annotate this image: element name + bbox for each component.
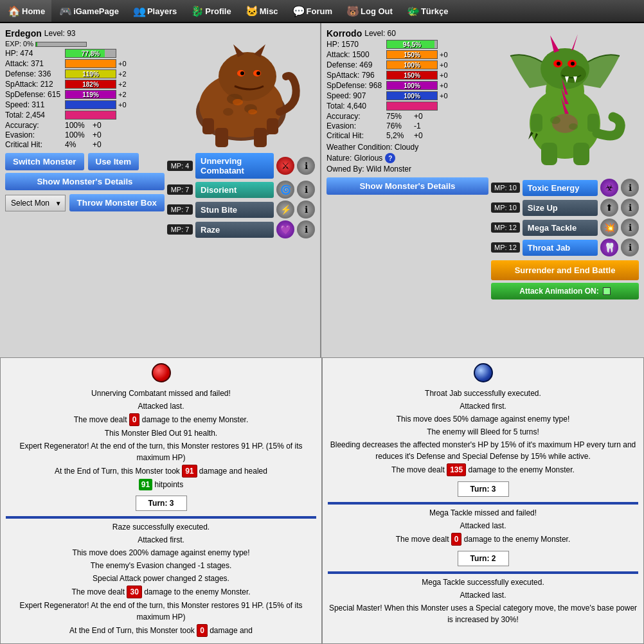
- right-move-icon-1[interactable]: ⬆: [600, 199, 618, 217]
- right-spattack-label: SpAttack: 796: [326, 71, 384, 80]
- left-exp-label: EXP: 0%: [5, 40, 33, 48]
- left-attack-label: Attack: 371: [5, 59, 63, 68]
- right-moves-list: MP: 10 Toxic Energy ☣ ℹ MP: 10 Size Up ⬆…: [491, 179, 639, 256]
- svg-point-3: [219, 52, 276, 101]
- svg-point-14: [256, 71, 260, 75]
- animation-toggle-button[interactable]: Attack Animation ON:: [491, 283, 639, 300]
- nav-home[interactable]: 🏠 Home: [0, 0, 51, 22]
- damage-badge: 135: [447, 463, 466, 476]
- use-item-button[interactable]: Use Item: [88, 153, 139, 170]
- right-evasion-label: Evasion:: [326, 121, 384, 130]
- left-moves-image: MP: 4 Unnerving Combatant ⚔ ℹ MP: 7 Diso…: [167, 28, 315, 238]
- left-monster-name: Erdegon: [5, 28, 42, 39]
- players-icon: 👥: [133, 5, 146, 17]
- separator: [328, 502, 638, 505]
- move-icon-3[interactable]: 💜: [276, 220, 294, 238]
- right-move-icon-2[interactable]: 💥: [600, 219, 618, 237]
- svg-rect-34: [541, 143, 557, 165]
- left-hp-label: HP: 474: [5, 49, 63, 58]
- nav-turkish[interactable]: 🐲 Türkçe: [399, 0, 455, 22]
- right-speed-label: Speed: 907: [326, 91, 384, 100]
- log-entry: The enemy will Bleed for 5 turns!: [328, 426, 638, 438]
- svg-point-18: [248, 109, 257, 114]
- move-detail-2[interactable]: ℹ: [297, 201, 315, 219]
- left-monster-sprite: [177, 28, 305, 150]
- nav-logout[interactable]: 🐻 Log Out: [339, 0, 399, 22]
- right-move-icon-3[interactable]: 🦷: [600, 238, 618, 256]
- log-entry: Expert Regenerator! At the end of the tu…: [6, 440, 316, 463]
- right-critical-label: Critical Hit:: [326, 131, 384, 140]
- log-entry: Expert Regenerator! At the end of the tu…: [6, 600, 316, 623]
- nature-text: Nature: Glorious: [326, 154, 382, 163]
- right-move-button-1[interactable]: Size Up: [523, 200, 598, 216]
- mp-label-3: MP: 7: [167, 224, 193, 235]
- logout-icon: 🐻: [346, 5, 359, 17]
- log-entry: The move dealt 0 damage to the enemy Mon…: [6, 413, 316, 426]
- move-button-0[interactable]: Unnerving Combatant: [195, 153, 274, 179]
- throw-monster-box-button[interactable]: Throw Monster Box: [69, 194, 165, 211]
- right-move-detail-3[interactable]: ℹ: [621, 238, 639, 256]
- right-mp-label-2: MP: 12: [491, 222, 520, 233]
- right-accuracy-label: Accuracy:: [326, 112, 384, 121]
- log-entry: Unnerving Combatant missed and failed!: [6, 388, 316, 399]
- mp-label-0: MP: 4: [167, 161, 193, 171]
- svg-rect-36: [531, 114, 542, 132]
- nav-igamepage[interactable]: 🎮 iGamePage: [51, 0, 125, 22]
- log-entry: Throat Jab successfully executed.: [328, 388, 638, 399]
- show-details-button-left[interactable]: Show Monster's Details: [5, 173, 165, 190]
- left-battle-log[interactable]: Unnerving Combatant missed and failed! A…: [0, 357, 322, 644]
- right-move-detail-2[interactable]: ℹ: [621, 219, 639, 237]
- log-entry: Attacked last.: [6, 400, 316, 412]
- surrender-button[interactable]: Surrender and End Battle: [491, 260, 639, 280]
- left-evasion-mod: +0: [93, 130, 102, 139]
- right-panel: Korrodo Level: 60 HP: 1570 94,5% Attack:…: [321, 23, 644, 357]
- log-entry: This Monster Bled Out 91 health.: [6, 427, 316, 439]
- svg-marker-23: [550, 35, 559, 53]
- svg-rect-35: [573, 143, 589, 165]
- log-entry: Attacked first.: [6, 534, 316, 546]
- select-monster-box[interactable]: Select Monster Box: [5, 195, 66, 211]
- log-entry: Mega Tackle missed and failed!: [328, 507, 638, 519]
- move-detail-1[interactable]: ℹ: [297, 181, 315, 199]
- mp-label-2: MP: 7: [167, 204, 193, 215]
- log-entry: Attacked last.: [328, 520, 638, 532]
- right-move-button-0[interactable]: Toxic Energy: [523, 180, 598, 196]
- right-mp-label-3: MP: 12: [491, 242, 520, 253]
- right-move-detail-0[interactable]: ℹ: [621, 179, 639, 197]
- move-row-1: MP: 7 Disorient 🌀 ℹ: [167, 181, 315, 199]
- move-detail-0[interactable]: ℹ: [297, 157, 315, 175]
- animation-checkbox[interactable]: [603, 287, 611, 295]
- nav-misc[interactable]: 🐱 Misc: [238, 0, 285, 22]
- move-button-2[interactable]: Stun Bite: [195, 202, 274, 218]
- nature-help-icon[interactable]: ?: [385, 153, 395, 163]
- right-move-icon-0[interactable]: ☣: [600, 179, 618, 197]
- move-icon-1[interactable]: 🌀: [276, 181, 294, 199]
- navbar: 🏠 Home 🎮 iGamePage 👥 Players 🐉 Profile 🐱…: [0, 0, 644, 23]
- move-button-1[interactable]: Disorient: [195, 182, 274, 198]
- show-details-button-right[interactable]: Show Monster's Details: [326, 177, 488, 195]
- nav-forum[interactable]: 💬 Forum: [285, 0, 339, 22]
- turn-marker: Turn: 2: [458, 551, 509, 566]
- svg-point-42: [569, 123, 578, 130]
- nav-players[interactable]: 👥 Players: [125, 0, 183, 22]
- right-move-button-2[interactable]: Mega Tackle: [523, 220, 598, 236]
- right-move-detail-1[interactable]: ℹ: [621, 199, 639, 217]
- move-row-0: MP: 4 Unnerving Combatant ⚔ ℹ: [167, 153, 315, 179]
- left-evasion-label: Evasion:: [5, 130, 63, 139]
- right-move-button-3[interactable]: Throat Jab: [523, 240, 598, 256]
- right-spdefense-label: SpDefense: 968: [326, 81, 384, 90]
- move-icon-2[interactable]: ⚡: [276, 201, 294, 219]
- move-button-3[interactable]: Raze: [195, 222, 274, 238]
- mp-label-1: MP: 7: [167, 184, 193, 195]
- nav-profile[interactable]: 🐉 Profile: [183, 0, 237, 22]
- damage-badge: 30: [127, 586, 141, 598]
- right-defense-label: Defense: 469: [326, 60, 384, 69]
- right-evasion-mod: -1: [414, 121, 421, 130]
- left-accuracy-label: Accuracy:: [5, 121, 63, 130]
- move-detail-3[interactable]: ℹ: [297, 220, 315, 238]
- damage-badge: 0: [129, 413, 140, 426]
- move-icon-0[interactable]: ⚔: [276, 157, 294, 175]
- left-accuracy-mod: +0: [93, 121, 102, 130]
- switch-monster-button[interactable]: Switch Monster: [5, 153, 84, 170]
- right-battle-log[interactable]: Throat Jab successfully executed. Attack…: [322, 357, 644, 644]
